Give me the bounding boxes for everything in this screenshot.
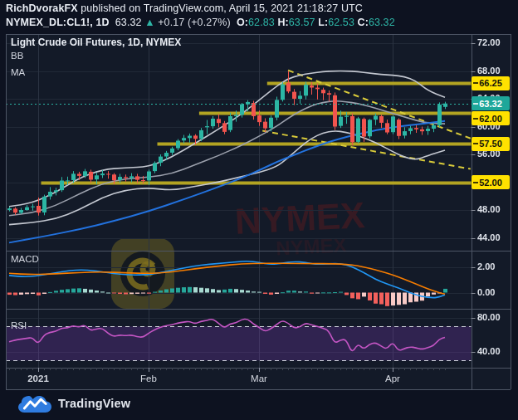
- tradingview-logo-icon: [18, 393, 51, 413]
- tradingview-chart-window: RichDvorakFX published on TradingView.co…: [0, 0, 518, 420]
- tradingview-brand-text: TradingView: [58, 397, 130, 410]
- tradingview-footer-link[interactable]: TradingView: [18, 393, 130, 413]
- price-chart-canvas[interactable]: [0, 0, 518, 420]
